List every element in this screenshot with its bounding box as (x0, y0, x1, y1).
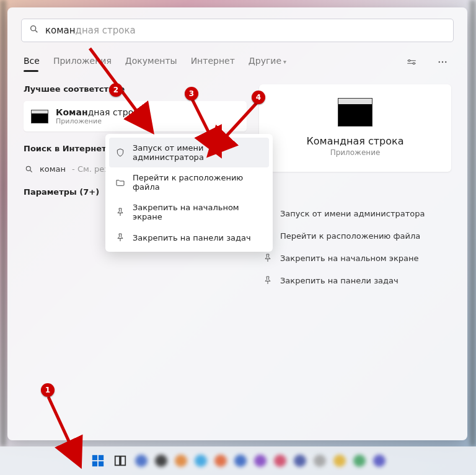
ctx-pin-taskbar[interactable]: Закрепить на панели задач (109, 227, 269, 248)
taskbar-app-icon[interactable] (175, 455, 187, 467)
search-icon (29, 24, 39, 37)
svg-point-7 (26, 166, 30, 171)
ctx-run-admin[interactable]: Запуск от имени администратора (109, 138, 269, 167)
taskbar-app-icon[interactable] (155, 455, 167, 467)
pin-icon (115, 207, 125, 217)
pin-icon (115, 233, 125, 242)
best-match-subtitle: Приложение (56, 117, 144, 125)
cmd-prompt-icon (338, 98, 372, 127)
svg-point-3 (413, 63, 415, 64)
taskbar-app-icon[interactable] (195, 455, 207, 467)
pin-icon (263, 275, 273, 285)
internet-query: коман (40, 164, 66, 174)
taskbar (0, 446, 476, 475)
tab-all[interactable]: Все (24, 52, 40, 72)
action-open[interactable]: Открыть (259, 180, 451, 202)
task-view-button[interactable] (113, 453, 128, 468)
taskbar-app-icon[interactable] (314, 455, 326, 467)
search-typed: коман (45, 25, 76, 36)
tab-other[interactable]: Другие▾ (249, 52, 286, 72)
pin-icon (263, 253, 273, 263)
taskbar-app-icon[interactable] (214, 455, 227, 467)
taskbar-app-icon[interactable] (135, 455, 148, 467)
cmd-prompt-icon (31, 110, 48, 123)
tab-apps[interactable]: Приложения (53, 52, 112, 72)
svg-rect-14 (92, 455, 97, 460)
svg-rect-15 (99, 455, 104, 460)
svg-line-1 (35, 30, 37, 32)
taskbar-app-icon[interactable] (294, 455, 306, 467)
svg-point-6 (445, 61, 446, 63)
context-menu: Запуск от имени администратора Перейти к… (105, 134, 273, 252)
search-text: командная строка (45, 25, 136, 36)
tab-documents[interactable]: Документы (125, 52, 177, 72)
action-pin-taskbar[interactable]: Закрепить на панели задач (259, 270, 451, 291)
action-pin-start[interactable]: Закрепить на начальном экране (259, 247, 451, 269)
ctx-pin-start[interactable]: Закрепить на начальном экране (109, 197, 269, 227)
preview-actions: Открыть Запуск от имени администратора П… (259, 180, 451, 291)
taskbar-app-icon[interactable] (373, 455, 386, 467)
svg-point-0 (31, 26, 36, 31)
desktop-background: командная строка Все Приложения Документ… (0, 0, 476, 475)
taskbar-app-icon[interactable] (234, 455, 247, 467)
svg-point-5 (442, 61, 443, 63)
preview-subtitle: Приложение (330, 148, 381, 157)
taskbar-app-icon[interactable] (333, 455, 346, 467)
action-run-admin[interactable]: Запуск от имени администратора (259, 203, 451, 224)
action-open-location[interactable]: Перейти к расположению файла (259, 225, 451, 246)
tab-internet[interactable]: Интернет (191, 52, 235, 72)
shield-icon (115, 148, 125, 158)
preview-card: Командная строка Приложение (259, 84, 451, 172)
svg-rect-19 (121, 456, 125, 466)
svg-line-8 (30, 170, 32, 172)
settings-toggle-icon[interactable] (403, 53, 420, 71)
taskbar-app-icon[interactable] (353, 455, 366, 467)
taskbar-app-icon[interactable] (274, 455, 286, 467)
ctx-open-location[interactable]: Перейти к расположению файла (109, 167, 269, 197)
svg-rect-18 (115, 456, 120, 466)
search-input[interactable]: командная строка (21, 19, 454, 42)
wallpaper-edge (470, 0, 476, 446)
start-button[interactable] (90, 453, 105, 468)
best-match-heading: Лучшее соответствие (24, 84, 247, 94)
preview-title: Командная строка (306, 135, 403, 147)
svg-rect-17 (99, 461, 104, 466)
svg-point-2 (408, 60, 410, 61)
filter-tabs: Все Приложения Документы Интернет Другие… (7, 48, 467, 72)
internet-hint: - См. рез (72, 164, 108, 174)
svg-rect-16 (92, 461, 97, 466)
best-match-title: Командная строка (56, 107, 144, 117)
svg-point-4 (439, 61, 440, 63)
search-icon (25, 165, 33, 174)
best-match-result[interactable]: Командная строка Приложение (24, 101, 247, 131)
wallpaper-edge (0, 0, 6, 446)
taskbar-app-icon[interactable] (254, 455, 267, 467)
taskbar-app-icons (135, 455, 386, 467)
chevron-down-icon: ▾ (283, 58, 286, 65)
folder-icon (115, 177, 125, 187)
more-icon[interactable] (434, 53, 451, 71)
search-suggestion: дная строка (76, 25, 136, 36)
